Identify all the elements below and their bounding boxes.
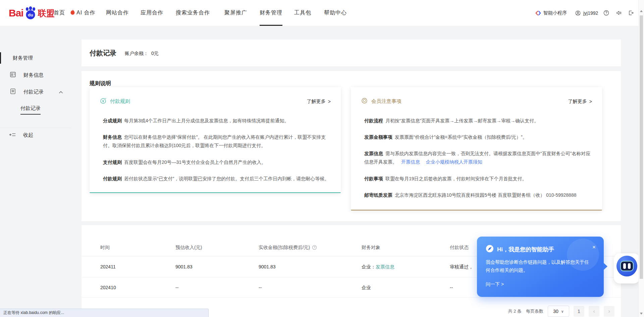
nav-toolkit[interactable]: 工具包 bbox=[294, 0, 311, 26]
logout-icon[interactable] bbox=[628, 0, 634, 26]
sidebar-active-indicator bbox=[0, 52, 1, 64]
rule-share-rule: 分成规则每月第3或4个工作日产出上月分成信息及发票信息，如有特殊情况将提前通知。 bbox=[103, 117, 332, 125]
sound-icon[interactable] bbox=[616, 0, 622, 26]
sidebar-divider bbox=[0, 128, 71, 128]
total-count: 共 2 条 bbox=[508, 308, 522, 314]
next-page-button[interactable]: › bbox=[604, 306, 614, 317]
baidu-paw-icon: du bbox=[24, 6, 37, 20]
per-page-select[interactable]: 30 ∨ bbox=[548, 306, 569, 317]
miniprogram-icon bbox=[535, 10, 541, 16]
assistant-title: Hi，我是您的智能助手 bbox=[497, 246, 554, 253]
member-notes-header: 会员注意事项 bbox=[361, 97, 401, 105]
nav-search-business[interactable]: 搜索业务合作 bbox=[176, 0, 210, 26]
user-icon bbox=[575, 10, 581, 16]
payment-records-icon bbox=[9, 88, 16, 96]
col-payment-status: 付款状态 bbox=[450, 239, 469, 256]
cell-finance-target: 企业：发票信息 bbox=[362, 256, 394, 277]
collapse-icon bbox=[9, 132, 16, 138]
cell-received: 9001.83 bbox=[259, 256, 276, 277]
pagination: 共 2 条 每页条数 30 ∨ 1 ‹ › bbox=[508, 306, 614, 317]
payment-rules-header: 付款规则 bbox=[100, 97, 130, 105]
help-icon[interactable] bbox=[603, 0, 609, 26]
sidebar-item-payment-records[interactable]: 付款记录 bbox=[9, 88, 63, 96]
prev-page-button[interactable]: ‹ bbox=[589, 306, 599, 317]
member-notes-learn-more-link[interactable]: 了解更多> bbox=[568, 99, 592, 105]
page-scrollbar[interactable] bbox=[638, 0, 644, 317]
cell-estimated: -- bbox=[175, 277, 178, 298]
baidu-union-logo[interactable]: Bai du 联盟 bbox=[9, 6, 55, 20]
cell-estimated: 9001.83 bbox=[175, 256, 193, 277]
cell-finance-target: 企业 bbox=[362, 277, 371, 298]
cell-received: -- bbox=[259, 277, 262, 298]
robot-icon bbox=[616, 256, 637, 276]
cell-status: 审核通过， bbox=[450, 256, 473, 277]
payment-rules-learn-more-link[interactable]: 了解更多> bbox=[307, 99, 331, 105]
sidebar-collapse-button[interactable]: 收起 bbox=[9, 132, 33, 138]
note-payment-flow: 付款流程月初按“发票信息”页面开具发票→上传发票→邮寄发票→审核→确认支付。 bbox=[364, 117, 593, 125]
sidebar-section-title: 财务管理 bbox=[13, 55, 33, 61]
account-balance: 账户余额：0元 bbox=[125, 51, 159, 57]
nav-finance-management[interactable]: 财务管理 bbox=[260, 0, 282, 26]
balance-label: 账户余额： bbox=[125, 51, 148, 56]
coin-yen-icon bbox=[100, 97, 107, 105]
nav-home[interactable]: 首页 bbox=[54, 0, 65, 26]
compass-icon bbox=[486, 245, 494, 254]
payment-rules-card: 付款规则 了解更多> 分成规则每月第3或4个工作日产出上月分成信息及发票信息，如… bbox=[90, 87, 341, 193]
assistant-robot-button[interactable] bbox=[614, 253, 640, 283]
nav-ai-cooperation[interactable]: AI 合作 bbox=[70, 0, 96, 26]
note-invoice-amount: 发票金额事项发票票面“价税合计”金额=系统中“实收金额（扣除税费后/元）”。 bbox=[364, 133, 593, 141]
help-circle-icon[interactable] bbox=[312, 240, 317, 257]
col-estimated-income: 预估收入(元) bbox=[175, 239, 202, 256]
assistant-message: 我会帮助您诊断合作链路问题，以及解答您关于任何合作相关的问题。 bbox=[486, 258, 592, 274]
finance-info-icon bbox=[9, 71, 16, 79]
col-received-amount: 实收金额(扣除税费后/元) bbox=[259, 239, 317, 257]
note-payment-matters: 付款事项联盟在每月19日之后签收的发票，付款时间安排在下个月首批支付。 bbox=[364, 175, 593, 183]
nav-screen-promotion[interactable]: 聚屏推广 bbox=[224, 0, 247, 26]
logo-text-union: 联盟 bbox=[38, 8, 55, 19]
rule-finance-info: 财务信息您可以在财务信息中选择“保留付款”。 在此期间您产生的收入将在账户内进行… bbox=[103, 133, 332, 150]
small-taxpayer-notice-link[interactable]: 企业小规模纳税人开票须知 bbox=[426, 159, 482, 165]
note-mail-invoice: 邮寄纸质发票北京市海淀区西北旺东路10号院百度科技园5号楼 百度联盟财务组（收）… bbox=[364, 191, 593, 199]
nav-help-center[interactable]: 帮助中心 bbox=[324, 0, 347, 26]
col-finance-target: 财务对象 bbox=[362, 239, 380, 256]
balance-value: 0元 bbox=[151, 51, 159, 56]
ask-link[interactable]: 问一下 > bbox=[486, 281, 504, 288]
browser-status-text: 正在等待 xlab.baidu.com 的响应... bbox=[0, 309, 209, 317]
assistant-title-row: Hi，我是您的智能助手 bbox=[486, 245, 554, 254]
scroll-up-arrow-icon[interactable] bbox=[640, 10, 643, 12]
top-navbar: Bai du 联盟 首页 AI 合作 网站合作 应用合作 搜索业务合作 聚屏推广… bbox=[0, 0, 644, 26]
member-notes-card: 会员注意事项 了解更多> 付款流程月初按“发票信息”页面开具发票→上传发票→邮寄… bbox=[351, 87, 602, 210]
invoice-info-link[interactable]: 发票信息 bbox=[376, 264, 394, 269]
chevron-right-icon: > bbox=[328, 99, 331, 104]
note-invoice-info: 发票信息需与系统内发票信息内容完全一致，否则无法支付。请根据发票信息页面中“百度… bbox=[364, 149, 593, 166]
rule-payment-rule: 付款规则若付款状态显示“已支付”，说明联盟已安排了您的付款。支付后三个工作日内到… bbox=[103, 175, 332, 183]
sidebar-subitem-payment-records[interactable]: 付款记录 bbox=[20, 105, 41, 115]
page-title: 付款记录 bbox=[90, 49, 116, 58]
rules-section: 规则说明 付款规则 了解更多> 分成规则每月第3或4个工作日产出上月分成信息及发… bbox=[82, 71, 621, 221]
scroll-down-arrow-icon[interactable] bbox=[640, 313, 643, 315]
svg-text:du: du bbox=[28, 12, 33, 17]
chevron-up-icon bbox=[59, 89, 63, 95]
rules-title: 规则说明 bbox=[90, 80, 111, 87]
caret-down-icon: ∨ bbox=[561, 309, 564, 314]
assistant-popup: Hi，我是您的智能助手 × 我会帮助您诊断合作链路问题，以及解答您关于任何合作相… bbox=[477, 237, 604, 297]
invoice-open-info-link[interactable]: 开票信息 bbox=[401, 159, 420, 165]
per-page-label: 每页条数 bbox=[526, 308, 543, 314]
logo-text-bai: Bai bbox=[9, 7, 23, 19]
popup-tail bbox=[603, 263, 607, 270]
chevron-right-icon: > bbox=[589, 99, 592, 104]
rule-payout-rule: 支付规则百度联盟会在每月20号—31号支付企业会员上个自然月产生的收入。 bbox=[103, 158, 332, 167]
cell-time: 202411 bbox=[100, 256, 116, 277]
sidebar-item-finance-info[interactable]: 财务信息 bbox=[9, 71, 63, 79]
user-account[interactable]: jyj1992 bbox=[575, 0, 598, 26]
col-time: 时间 bbox=[100, 239, 110, 256]
egg-icon bbox=[361, 97, 368, 105]
smart-miniprogram-link[interactable]: 智能小程序 bbox=[535, 0, 567, 26]
cell-status: -- bbox=[450, 277, 453, 298]
close-icon[interactable]: × bbox=[592, 244, 596, 250]
scrollbar-thumb[interactable] bbox=[640, 15, 643, 279]
nav-app-cooperation[interactable]: 应用合作 bbox=[141, 0, 163, 26]
nav-website-cooperation[interactable]: 网站合作 bbox=[106, 0, 129, 26]
page-number-button[interactable]: 1 bbox=[574, 306, 584, 317]
flame-icon bbox=[70, 9, 75, 16]
